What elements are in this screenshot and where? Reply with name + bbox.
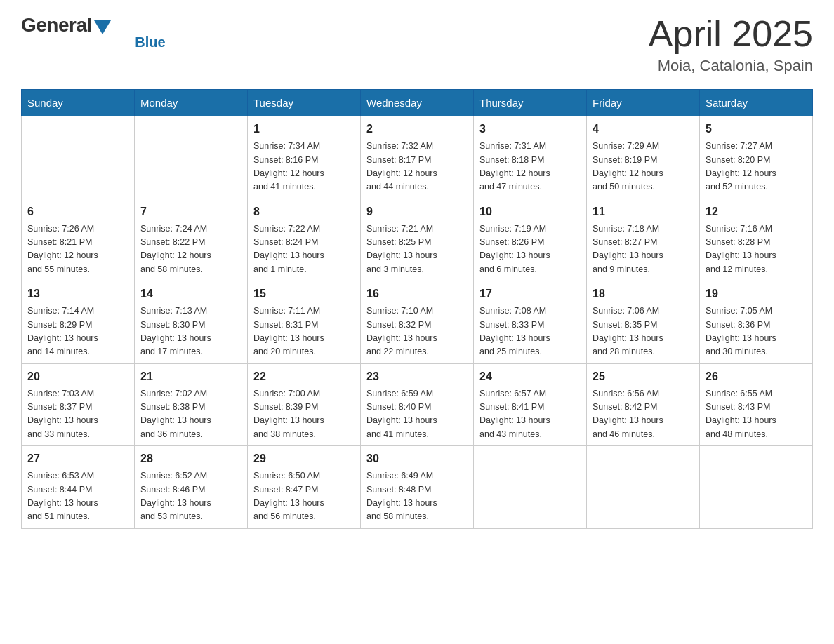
day-info: Sunrise: 7:14 AM Sunset: 8:29 PM Dayligh… — [27, 304, 128, 359]
calendar-cell: 30Sunrise: 6:49 AM Sunset: 8:48 PM Dayli… — [361, 446, 474, 529]
day-number: 6 — [27, 203, 128, 220]
calendar-cell: 29Sunrise: 6:50 AM Sunset: 8:47 PM Dayli… — [248, 446, 361, 529]
calendar-cell: 24Sunrise: 6:57 AM Sunset: 8:41 PM Dayli… — [474, 363, 587, 446]
day-number: 25 — [593, 368, 694, 385]
calendar-day-header: Saturday — [700, 90, 813, 116]
day-number: 23 — [366, 368, 468, 385]
day-info: Sunrise: 7:13 AM Sunset: 8:30 PM Dayligh… — [140, 304, 241, 359]
day-info: Sunrise: 7:34 AM Sunset: 8:16 PM Dayligh… — [253, 140, 355, 194]
day-number: 26 — [706, 368, 807, 385]
calendar-cell: 23Sunrise: 6:59 AM Sunset: 8:40 PM Dayli… — [361, 363, 474, 446]
calendar-week-row: 6Sunrise: 7:26 AM Sunset: 8:21 PM Daylig… — [22, 199, 813, 281]
day-number: 4 — [593, 121, 694, 137]
day-info: Sunrise: 6:57 AM Sunset: 8:41 PM Dayligh… — [479, 387, 581, 442]
day-number: 16 — [366, 286, 468, 302]
calendar-day-header: Sunday — [22, 90, 135, 116]
calendar-cell: 4Sunrise: 7:29 AM Sunset: 8:19 PM Daylig… — [587, 116, 700, 199]
calendar-day-header: Thursday — [474, 90, 587, 116]
day-info: Sunrise: 6:49 AM Sunset: 8:48 PM Dayligh… — [366, 469, 468, 524]
logo-general-text: General — [21, 14, 92, 36]
day-info: Sunrise: 7:26 AM Sunset: 8:21 PM Dayligh… — [27, 222, 128, 277]
calendar-cell: 12Sunrise: 7:16 AM Sunset: 8:28 PM Dayli… — [700, 199, 813, 281]
title-section: April 2025 Moia, Catalonia, Spain — [649, 14, 813, 75]
day-number: 7 — [140, 203, 241, 220]
calendar-title: April 2025 — [649, 14, 813, 54]
calendar-week-row: 13Sunrise: 7:14 AM Sunset: 8:29 PM Dayli… — [22, 281, 813, 364]
day-number: 24 — [479, 368, 581, 385]
calendar-cell: 7Sunrise: 7:24 AM Sunset: 8:22 PM Daylig… — [135, 199, 248, 281]
day-info: Sunrise: 7:29 AM Sunset: 8:19 PM Dayligh… — [593, 140, 694, 194]
day-number: 8 — [253, 203, 355, 220]
day-info: Sunrise: 6:50 AM Sunset: 8:47 PM Dayligh… — [253, 469, 355, 524]
day-number: 27 — [27, 450, 128, 467]
day-number: 5 — [706, 121, 807, 137]
day-number: 9 — [366, 203, 468, 220]
calendar-cell: 21Sunrise: 7:02 AM Sunset: 8:38 PM Dayli… — [135, 363, 248, 446]
calendar-cell: 28Sunrise: 6:52 AM Sunset: 8:46 PM Dayli… — [135, 446, 248, 529]
calendar-cell: 16Sunrise: 7:10 AM Sunset: 8:32 PM Dayli… — [361, 281, 474, 364]
day-info: Sunrise: 7:06 AM Sunset: 8:35 PM Dayligh… — [593, 304, 694, 359]
calendar-cell: 17Sunrise: 7:08 AM Sunset: 8:33 PM Dayli… — [474, 281, 587, 364]
logo: General General Blue — [21, 14, 166, 53]
calendar-cell: 26Sunrise: 6:55 AM Sunset: 8:43 PM Dayli… — [700, 363, 813, 446]
day-info: Sunrise: 7:19 AM Sunset: 8:26 PM Dayligh… — [479, 222, 581, 277]
day-info: Sunrise: 7:08 AM Sunset: 8:33 PM Dayligh… — [479, 304, 581, 359]
calendar-table: SundayMondayTuesdayWednesdayThursdayFrid… — [21, 89, 813, 529]
calendar-cell: 3Sunrise: 7:31 AM Sunset: 8:18 PM Daylig… — [474, 116, 587, 199]
calendar-day-header: Tuesday — [248, 90, 361, 116]
day-info: Sunrise: 7:18 AM Sunset: 8:27 PM Dayligh… — [593, 222, 694, 277]
day-info: Sunrise: 6:59 AM Sunset: 8:40 PM Dayligh… — [366, 387, 468, 442]
day-info: Sunrise: 6:53 AM Sunset: 8:44 PM Dayligh… — [27, 469, 128, 524]
calendar-cell — [22, 116, 135, 199]
calendar-header-row: SundayMondayTuesdayWednesdayThursdayFrid… — [22, 90, 813, 116]
calendar-cell: 22Sunrise: 7:00 AM Sunset: 8:39 PM Dayli… — [248, 363, 361, 446]
calendar-day-header: Monday — [135, 90, 248, 116]
calendar-cell: 8Sunrise: 7:22 AM Sunset: 8:24 PM Daylig… — [248, 199, 361, 281]
calendar-cell: 25Sunrise: 6:56 AM Sunset: 8:42 PM Dayli… — [587, 363, 700, 446]
day-number: 28 — [140, 450, 241, 467]
calendar-day-header: Friday — [587, 90, 700, 116]
day-number: 11 — [593, 203, 694, 220]
day-info: Sunrise: 7:00 AM Sunset: 8:39 PM Dayligh… — [253, 387, 355, 442]
day-number: 14 — [140, 286, 241, 302]
day-number: 15 — [253, 286, 355, 302]
day-info: Sunrise: 7:32 AM Sunset: 8:17 PM Dayligh… — [366, 140, 468, 194]
day-info: Sunrise: 7:31 AM Sunset: 8:18 PM Dayligh… — [479, 140, 581, 194]
logo-triangle-icon — [94, 20, 111, 34]
calendar-cell: 15Sunrise: 7:11 AM Sunset: 8:31 PM Dayli… — [248, 281, 361, 364]
calendar-cell — [587, 446, 700, 529]
day-number: 21 — [140, 368, 241, 385]
calendar-cell: 27Sunrise: 6:53 AM Sunset: 8:44 PM Dayli… — [22, 446, 135, 529]
calendar-cell: 1Sunrise: 7:34 AM Sunset: 8:16 PM Daylig… — [248, 116, 361, 199]
day-info: Sunrise: 7:10 AM Sunset: 8:32 PM Dayligh… — [366, 304, 468, 359]
day-number: 1 — [253, 121, 355, 137]
day-info: Sunrise: 6:56 AM Sunset: 8:42 PM Dayligh… — [593, 387, 694, 442]
day-number: 13 — [27, 286, 128, 302]
day-info: Sunrise: 7:05 AM Sunset: 8:36 PM Dayligh… — [706, 304, 807, 359]
day-number: 30 — [366, 450, 468, 467]
calendar-day-header: Wednesday — [361, 90, 474, 116]
calendar-cell: 18Sunrise: 7:06 AM Sunset: 8:35 PM Dayli… — [587, 281, 700, 364]
calendar-cell — [135, 116, 248, 199]
day-info: Sunrise: 7:03 AM Sunset: 8:37 PM Dayligh… — [27, 387, 128, 442]
day-info: Sunrise: 7:11 AM Sunset: 8:31 PM Dayligh… — [253, 304, 355, 359]
day-number: 29 — [253, 450, 355, 467]
calendar-cell — [700, 446, 813, 529]
calendar-cell — [474, 446, 587, 529]
day-number: 19 — [706, 286, 807, 302]
calendar-cell: 5Sunrise: 7:27 AM Sunset: 8:20 PM Daylig… — [700, 116, 813, 199]
calendar-cell: 6Sunrise: 7:26 AM Sunset: 8:21 PM Daylig… — [22, 199, 135, 281]
day-number: 10 — [479, 203, 581, 220]
calendar-cell: 9Sunrise: 7:21 AM Sunset: 8:25 PM Daylig… — [361, 199, 474, 281]
logo-blue-text: Blue — [135, 34, 165, 51]
calendar-cell: 11Sunrise: 7:18 AM Sunset: 8:27 PM Dayli… — [587, 199, 700, 281]
day-number: 12 — [706, 203, 807, 220]
calendar-cell: 19Sunrise: 7:05 AM Sunset: 8:36 PM Dayli… — [700, 281, 813, 364]
day-info: Sunrise: 7:22 AM Sunset: 8:24 PM Dayligh… — [253, 222, 355, 277]
page-header: General General Blue April 2025 Moia, Ca… — [21, 14, 813, 75]
day-number: 18 — [593, 286, 694, 302]
day-info: Sunrise: 7:02 AM Sunset: 8:38 PM Dayligh… — [140, 387, 241, 442]
day-info: Sunrise: 7:21 AM Sunset: 8:25 PM Dayligh… — [366, 222, 468, 277]
day-info: Sunrise: 7:27 AM Sunset: 8:20 PM Dayligh… — [706, 140, 807, 194]
day-info: Sunrise: 6:52 AM Sunset: 8:46 PM Dayligh… — [140, 469, 241, 524]
